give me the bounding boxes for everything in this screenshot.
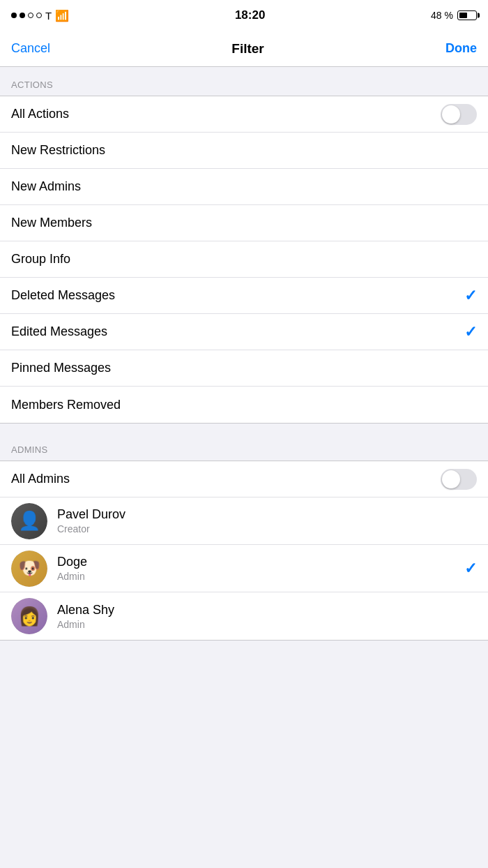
deleted-messages-label: Deleted Messages <box>11 288 115 303</box>
new-members-item[interactable]: New Members <box>0 205 488 241</box>
admin-info-doge: Doge Admin <box>57 555 464 582</box>
pinned-messages-label: Pinned Messages <box>11 361 111 375</box>
all-admins-toggle[interactable] <box>441 469 477 490</box>
admin-info-pavel: Pavel Durov Creator <box>57 507 477 534</box>
admin-item-pavel[interactable]: 👤 Pavel Durov Creator <box>0 497 488 545</box>
pinned-messages-item[interactable]: Pinned Messages <box>0 350 488 387</box>
admin-info-alena: Alena Shy Admin <box>57 603 477 630</box>
actions-list: All Actions New Restrictions New Admins … <box>0 96 488 424</box>
avatar-alena: 👩 <box>11 598 47 634</box>
edited-messages-item[interactable]: Edited Messages ✓ <box>0 314 488 350</box>
page-title: Filter <box>231 41 264 57</box>
admin-item-doge[interactable]: 🐶 Doge Admin ✓ <box>0 545 488 592</box>
deleted-messages-check: ✓ <box>464 287 477 305</box>
admin-name-alena: Alena Shy <box>57 603 477 618</box>
admins-section-header: ADMINS <box>0 432 488 461</box>
dot-3 <box>28 13 33 18</box>
admin-item-alena[interactable]: 👩 Alena Shy Admin <box>0 592 488 640</box>
status-time: 18:20 <box>235 8 265 22</box>
avatar-doge: 🐶 <box>11 551 47 587</box>
dot-2 <box>20 13 25 18</box>
all-admins-toggle-thumb <box>442 470 460 488</box>
actions-section-header: ACTIONS <box>0 67 488 96</box>
all-actions-toggle[interactable] <box>441 104 477 125</box>
status-bar: T 📶 18:20 48 % <box>0 0 488 31</box>
admin-role-pavel: Creator <box>57 523 477 534</box>
deleted-messages-item[interactable]: Deleted Messages ✓ <box>0 278 488 314</box>
doge-check: ✓ <box>464 560 477 578</box>
carrier-label: T <box>45 10 52 22</box>
done-button[interactable]: Done <box>445 41 477 56</box>
all-admins-item[interactable]: All Admins <box>0 461 488 497</box>
admins-list: All Admins 👤 Pavel Durov Creator 🐶 Doge … <box>0 461 488 641</box>
battery-icon <box>457 10 477 20</box>
avatar-pavel: 👤 <box>11 503 47 539</box>
members-removed-item[interactable]: Members Removed <box>0 387 488 423</box>
new-restrictions-label: New Restrictions <box>11 143 105 158</box>
avatar-alena-inner: 👩 <box>11 598 47 634</box>
section-spacer-1 <box>0 424 488 432</box>
edited-messages-label: Edited Messages <box>11 324 107 339</box>
members-removed-label: Members Removed <box>11 398 121 412</box>
status-right: 48 % <box>431 10 477 21</box>
dot-4 <box>36 13 42 18</box>
battery-percent: 48 % <box>431 10 453 21</box>
signal-dots <box>11 13 42 18</box>
new-admins-label: New Admins <box>11 179 81 194</box>
status-left: T 📶 <box>11 9 69 22</box>
all-actions-label: All Actions <box>11 107 69 121</box>
group-info-label: Group Info <box>11 252 70 267</box>
admin-name-pavel: Pavel Durov <box>57 507 477 522</box>
edited-messages-check: ✓ <box>464 323 477 341</box>
new-admins-item[interactable]: New Admins <box>0 169 488 205</box>
admin-role-doge: Admin <box>57 571 464 582</box>
new-restrictions-item[interactable]: New Restrictions <box>0 133 488 169</box>
all-actions-item[interactable]: All Actions <box>0 96 488 133</box>
toggle-thumb <box>442 105 460 124</box>
all-admins-label: All Admins <box>11 472 70 486</box>
dot-1 <box>11 13 17 18</box>
group-info-item[interactable]: Group Info <box>0 241 488 278</box>
admin-role-alena: Admin <box>57 619 477 630</box>
wifi-icon: 📶 <box>55 9 69 22</box>
admin-name-doge: Doge <box>57 555 464 569</box>
battery-fill <box>459 13 467 18</box>
new-members-label: New Members <box>11 216 92 230</box>
cancel-button[interactable]: Cancel <box>11 41 50 56</box>
avatar-doge-inner: 🐶 <box>11 551 47 587</box>
avatar-pavel-inner: 👤 <box>11 503 47 539</box>
nav-bar: Cancel Filter Done <box>0 31 488 67</box>
